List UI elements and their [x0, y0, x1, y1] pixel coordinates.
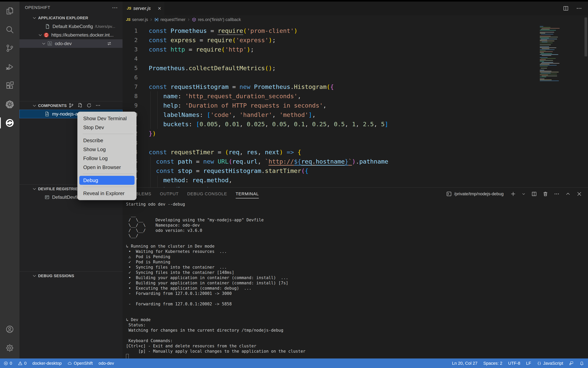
- sidebar-more-actions-icon[interactable]: ⋯: [112, 5, 118, 10]
- import-from-git-icon[interactable]: [68, 103, 74, 108]
- terminal-dropdown-icon[interactable]: [522, 192, 526, 196]
- openshift-icon: [5, 119, 14, 127]
- line-number: 9: [123, 101, 138, 110]
- code-editor[interactable]: 1const Prometheus = require('prom-client…: [123, 24, 588, 187]
- activitybar-kubernetes[interactable]: [0, 95, 19, 114]
- files-icon: [5, 6, 14, 15]
- line-number: 7: [123, 82, 138, 92]
- minimap[interactable]: [539, 26, 561, 82]
- kubernetes-icon: [5, 100, 14, 109]
- switch-namespace-icon[interactable]: [107, 41, 112, 46]
- components-more-actions-icon[interactable]: [95, 103, 101, 108]
- code-line-7[interactable]: 7const requestHistogram = new Prometheus…: [123, 82, 588, 92]
- chevron-right-icon: [187, 18, 190, 22]
- activitybar-openshift[interactable]: [0, 114, 19, 132]
- menu-item-describe[interactable]: Describe: [79, 136, 135, 145]
- panel-tab-terminal[interactable]: TERMINAL: [236, 187, 259, 200]
- editor-more-actions-icon[interactable]: [576, 5, 582, 11]
- tab-server-js[interactable]: JS server.js ×: [123, 1, 164, 15]
- line-number: 6: [123, 73, 138, 82]
- menu-item-open-in-browser[interactable]: Open in Browser: [79, 163, 135, 172]
- section-application-explorer[interactable]: APPLICATION EXPLORER: [19, 14, 123, 22]
- panel-tab-debug-console[interactable]: DEBUG CONSOLE: [187, 187, 227, 200]
- activitybar-source-control[interactable]: [0, 39, 19, 58]
- breadcrumb-item[interactable]: requestTimer: [154, 17, 186, 22]
- split-terminal-icon[interactable]: [531, 191, 537, 197]
- code-line-13[interactable]: 13: [123, 138, 588, 147]
- code-line-4[interactable]: 4: [123, 54, 588, 64]
- maximize-panel-icon[interactable]: [565, 191, 571, 197]
- editor-scrollbar-thumb[interactable]: [585, 18, 587, 56]
- activitybar-run-debug[interactable]: [0, 58, 19, 76]
- code-line-10[interactable]: 10 labelNames: ['code', 'handler', 'meth…: [123, 110, 588, 120]
- statusbar-problems-warnings[interactable]: 0: [18, 361, 27, 366]
- statusbar-cursor-position[interactable]: Ln 20, Col 27: [452, 361, 478, 366]
- section-label: DEBUG SESSIONS: [38, 274, 74, 278]
- code-line-8[interactable]: 8 name: 'http_request_duration_seconds',: [123, 92, 588, 101]
- code-line-1[interactable]: 1const Prometheus = require('prom-client…: [123, 26, 588, 35]
- code-line-17[interactable]: 17 method: req.method,: [123, 175, 588, 185]
- code-line-5[interactable]: 5Prometheus.collectDefaultMetrics();: [123, 64, 588, 73]
- tree-item-cluster[interactable]: https://kubernetes.docker.int...: [19, 31, 123, 39]
- close-panel-icon[interactable]: [576, 191, 582, 197]
- terminal-cwd: /private/tmp/nodejs-debug: [454, 191, 504, 196]
- split-editor-icon[interactable]: [563, 5, 569, 11]
- statusbar-indentation[interactable]: Spaces: 2: [483, 361, 502, 366]
- cloud-icon: [67, 361, 72, 366]
- tab-close-icon[interactable]: ×: [158, 5, 161, 11]
- line-number: 2: [123, 35, 138, 45]
- statusbar-openshift-status[interactable]: OpenShift: [67, 361, 93, 366]
- components-actions: [68, 101, 101, 110]
- context-menu: Show Dev TerminalStop DevDescribeShow Lo…: [77, 112, 136, 200]
- sidebar-title: OPENSHIFT: [25, 5, 50, 10]
- tree-item-project-odo-dev[interactable]: odo-dev: [19, 39, 123, 48]
- activity-bar: [0, 1, 19, 359]
- activitybar-account[interactable]: [0, 320, 19, 339]
- code-line-2[interactable]: 2const express = require('express');: [123, 35, 588, 45]
- menu-item-follow-log[interactable]: Follow Log: [79, 154, 135, 163]
- statusbar-eol[interactable]: LF: [526, 361, 531, 366]
- code-line-3[interactable]: 3const http = require('http');: [123, 45, 588, 54]
- kill-terminal-icon[interactable]: [543, 191, 548, 197]
- new-terminal-icon[interactable]: [510, 191, 516, 197]
- activitybar-explorer[interactable]: [0, 1, 19, 20]
- code-line-18[interactable]: 18 handler: path: [123, 185, 588, 187]
- debug-icon: [5, 63, 14, 71]
- code-line-9[interactable]: 9 help: 'Duration of HTTP requests in se…: [123, 101, 588, 110]
- terminal-instance[interactable]: /private/tmp/nodejs-debug: [446, 191, 504, 197]
- breadcrumb-item[interactable]: JSserver.js: [126, 17, 148, 22]
- code-line-11[interactable]: 11 buckets: [0.005, 0.01, 0.025, 0.05, 0…: [123, 120, 588, 129]
- refresh-components-icon[interactable]: [86, 103, 92, 108]
- code-line-16[interactable]: 16 const stop = requestHistogram.startTi…: [123, 166, 588, 175]
- chevron-down-icon: [32, 186, 37, 191]
- menu-item-debug[interactable]: Debug: [79, 176, 135, 185]
- statusbar-namespace-odo-dev[interactable]: odo-dev: [99, 361, 114, 366]
- activitybar-settings[interactable]: [0, 339, 19, 357]
- code-line-12[interactable]: 12}): [123, 129, 588, 138]
- section-debug-sessions[interactable]: DEBUG SESSIONS: [19, 271, 123, 280]
- code-line-15[interactable]: 15 const path = new URL(req.url, `http:/…: [123, 157, 588, 166]
- breadcrumb-item[interactable]: res.on('finish') callback: [192, 17, 241, 22]
- statusbar-encoding[interactable]: UTF-8: [508, 361, 520, 366]
- statusbar-context-docker-desktop[interactable]: docker-desktop: [32, 361, 62, 366]
- menu-item-show-log[interactable]: Show Log: [79, 145, 135, 154]
- tree-item-kubeconfig[interactable]: Default KubeConfig /Users/pv...: [19, 22, 123, 31]
- menu-item-stop-dev[interactable]: Stop Dev: [79, 123, 135, 132]
- statusbar-feedback[interactable]: [569, 361, 574, 366]
- code-line-6[interactable]: 6: [123, 73, 588, 82]
- menu-item-reveal-in-explorer[interactable]: Reveal in Explorer: [79, 189, 135, 198]
- panel-more-actions-icon[interactable]: [554, 191, 560, 197]
- chevron-right-icon: [149, 18, 153, 22]
- menu-item-show-dev-terminal[interactable]: Show Dev Terminal: [79, 114, 135, 123]
- code-line-14[interactable]: 14const requestTimer = (req, res, next) …: [123, 147, 588, 157]
- activitybar-extensions[interactable]: [0, 76, 19, 95]
- terminal-output[interactable]: Starting odo dev --debug __ / \__ Develo…: [126, 202, 580, 359]
- statusbar-notifications[interactable]: [579, 361, 584, 366]
- statusbar-language-mode[interactable]: {}JavaScript: [537, 361, 563, 366]
- panel-tab-output[interactable]: OUTPUT: [160, 187, 179, 200]
- activitybar-search[interactable]: [0, 20, 19, 39]
- new-component-icon[interactable]: [77, 103, 83, 108]
- openshift-cluster-icon: [44, 32, 49, 38]
- statusbar-problems-errors[interactable]: 0: [3, 361, 12, 366]
- js-file-icon: JS: [127, 6, 131, 10]
